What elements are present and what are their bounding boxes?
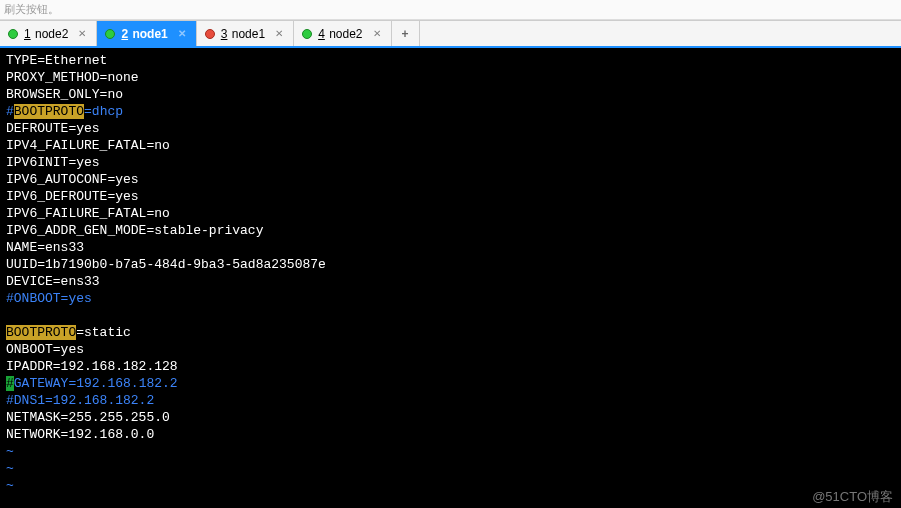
terminal-line: IPV6INIT=yes xyxy=(6,154,895,171)
close-icon[interactable]: ✕ xyxy=(275,28,283,39)
tab-node2-1[interactable]: 1 node2✕ xyxy=(0,21,97,46)
terminal-line: IPV6_DEFROUTE=yes xyxy=(6,188,895,205)
status-dot-icon xyxy=(302,29,312,39)
terminal-line: NETWORK=192.168.0.0 xyxy=(6,426,895,443)
terminal-line: BOOTPROTO=static xyxy=(6,324,895,341)
terminal-line: ~ xyxy=(6,477,895,494)
status-dot-icon xyxy=(105,29,115,39)
tab-node1-3[interactable]: 3 node1✕ xyxy=(197,21,294,46)
watermark: @51CTO博客 xyxy=(812,488,893,505)
status-dot-icon xyxy=(205,29,215,39)
tab-label: 3 node1 xyxy=(221,27,265,41)
terminal-line: IPV6_FAILURE_FATAL=no xyxy=(6,205,895,222)
tab-label: 4 node2 xyxy=(318,27,362,41)
terminal-line: ~ xyxy=(6,443,895,460)
terminal-line: ~ xyxy=(6,460,895,477)
partial-header-text: 刷关按钮。 xyxy=(0,0,901,20)
terminal-line: #DNS1=192.168.182.2 xyxy=(6,392,895,409)
close-icon[interactable]: ✕ xyxy=(178,28,186,39)
terminal-line xyxy=(6,307,895,324)
add-tab-button[interactable]: + xyxy=(392,21,420,46)
tab-label: 1 node2 xyxy=(24,27,68,41)
close-icon[interactable]: ✕ xyxy=(373,28,381,39)
terminal-line: IPV4_FAILURE_FATAL=no xyxy=(6,137,895,154)
terminal-line: DEVICE=ens33 xyxy=(6,273,895,290)
terminal-line: IPADDR=192.168.182.128 xyxy=(6,358,895,375)
terminal-line: IPV6_AUTOCONF=yes xyxy=(6,171,895,188)
terminal-line: TYPE=Ethernet xyxy=(6,52,895,69)
terminal-content: TYPE=EthernetPROXY_METHOD=noneBROWSER_ON… xyxy=(6,52,895,494)
tab-bar: 1 node2✕2 node1✕3 node1✕4 node2✕+ xyxy=(0,20,901,46)
tab-node2-4[interactable]: 4 node2✕ xyxy=(294,21,391,46)
terminal-line: PROXY_METHOD=none xyxy=(6,69,895,86)
terminal-line: DEFROUTE=yes xyxy=(6,120,895,137)
terminal-line: NETMASK=255.255.255.0 xyxy=(6,409,895,426)
terminal-line: NAME=ens33 xyxy=(6,239,895,256)
terminal-line: UUID=1b7190b0-b7a5-484d-9ba3-5ad8a235087… xyxy=(6,256,895,273)
terminal-line: IPV6_ADDR_GEN_MODE=stable-privacy xyxy=(6,222,895,239)
terminal-line: #GATEWAY=192.168.182.2 xyxy=(6,375,895,392)
terminal-line: ONBOOT=yes xyxy=(6,341,895,358)
tab-label: 2 node1 xyxy=(121,27,167,41)
terminal-line: #ONBOOT=yes xyxy=(6,290,895,307)
tab-node1-2[interactable]: 2 node1✕ xyxy=(97,21,196,46)
close-icon[interactable]: ✕ xyxy=(78,28,86,39)
terminal-line: BROWSER_ONLY=no xyxy=(6,86,895,103)
status-dot-icon xyxy=(8,29,18,39)
terminal-line: #BOOTPROTO=dhcp xyxy=(6,103,895,120)
terminal-pane[interactable]: TYPE=EthernetPROXY_METHOD=noneBROWSER_ON… xyxy=(0,46,901,508)
